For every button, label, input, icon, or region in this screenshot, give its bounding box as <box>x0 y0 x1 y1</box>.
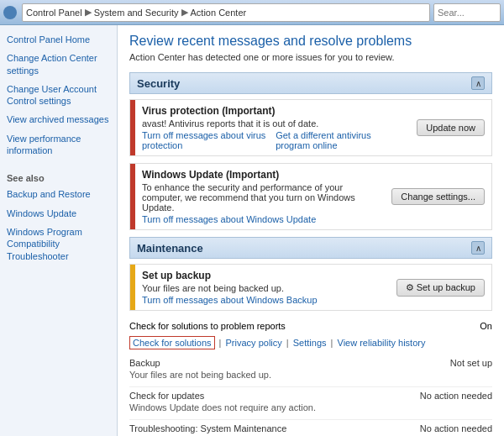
backup-desc: Your files are not being backed up. <box>142 283 383 293</box>
sidebar-control-panel-home[interactable]: Control Panel Home <box>7 34 110 45</box>
backup-body: Set up backup Your files are not being b… <box>135 265 390 310</box>
security-title: Security <box>137 77 180 90</box>
security-section-header: Security ∧ <box>129 72 492 94</box>
sidebar-compat-troubleshooter[interactable]: Windows Program Compatibility Troublesho… <box>7 226 110 262</box>
troubleshooting-label: Troubleshooting: System Maintenance <box>129 423 412 433</box>
troubleshooting-row: Troubleshooting: System Maintenance Wind… <box>129 420 492 436</box>
virus-alert-body: Virus protection (Important) avast! Anti… <box>135 100 410 155</box>
wu-alert-links: Turn off messages about Windows Update <box>142 214 378 224</box>
setup-backup-item: Set up backup Your files are not being b… <box>129 264 492 311</box>
backup-icon: ⚙ <box>406 282 414 292</box>
backup-button-label: Set up backup <box>417 282 475 292</box>
backup-status-row: Backup Your files are not being backed u… <box>129 355 492 387</box>
windows-update-alert: Windows Update (Important) To enhance th… <box>129 163 492 230</box>
wu-alert-action: Change settings... <box>385 164 491 229</box>
backup-row-label-container: Backup Your files are not being backed u… <box>129 358 271 383</box>
get-antivirus-link[interactable]: Get a different antivirus program online <box>276 130 403 150</box>
sidebar-change-action-center[interactable]: Change Action Center settings <box>7 52 110 76</box>
title-bar: Control Panel ▶ System and Security ▶ Ac… <box>0 0 504 25</box>
breadcrumb-item-2[interactable]: System and Security <box>94 8 179 18</box>
turn-off-wu-messages-link[interactable]: Turn off messages about Windows Update <box>142 214 316 224</box>
breadcrumb-item-1[interactable]: Control Panel <box>26 8 82 18</box>
turn-off-backup-messages-link[interactable]: Turn off messages about Windows Backup <box>142 295 318 305</box>
maintenance-title: Maintenance <box>137 242 203 255</box>
troubleshooting-value: No action needed <box>417 423 492 433</box>
check-solutions-row: Check for solutions to problem reports O… <box>129 318 492 334</box>
change-settings-button[interactable]: Change settings... <box>391 188 485 205</box>
sidebar: Control Panel Home Change Action Center … <box>0 25 118 436</box>
backup-row-value: Not set up <box>417 358 492 368</box>
sidebar-view-archived[interactable]: View archived messages <box>7 113 110 125</box>
check-updates-value: No action needed <box>417 391 492 401</box>
virus-alert-desc: avast! Antivirus reports that it is out … <box>142 118 403 129</box>
backup-links: Turn off messages about Windows Backup <box>142 295 383 305</box>
sidebar-change-uac[interactable]: Change User Account Control settings <box>7 83 110 108</box>
settings-link[interactable]: Settings <box>293 338 327 348</box>
backup-row-label: Backup <box>129 358 271 368</box>
security-collapse-button[interactable]: ∧ <box>471 76 485 90</box>
update-now-button[interactable]: Update now <box>417 119 485 136</box>
sidebar-view-performance[interactable]: View performance information <box>7 133 110 157</box>
breadcrumb[interactable]: Control Panel ▶ System and Security ▶ Ac… <box>22 3 430 22</box>
check-updates-sub: Windows Update does not require any acti… <box>129 401 316 416</box>
troubleshooting-label-container: Troubleshooting: System Maintenance Wind… <box>129 423 412 436</box>
backup-row-sub: Your files are not being backed up. <box>129 368 271 383</box>
backup-title: Set up backup <box>142 270 383 281</box>
backup-action: ⚙ Set up backup <box>390 265 491 310</box>
check-for-solutions-link[interactable]: Check for solutions <box>129 336 215 349</box>
breadcrumb-sep-1: ▶ <box>85 7 92 18</box>
see-also-label: See also <box>7 173 110 183</box>
sidebar-windows-update[interactable]: Windows Update <box>7 207 110 219</box>
check-solutions-value: On <box>480 321 492 331</box>
virus-alert-title: Virus protection (Important) <box>142 105 403 117</box>
maintenance-collapse-button[interactable]: ∧ <box>471 241 485 255</box>
page-subtitle: Action Center has detected one or more i… <box>129 52 492 62</box>
search-input[interactable] <box>433 3 501 22</box>
page-title: Review recent messages and resolve probl… <box>129 34 492 49</box>
setup-backup-button[interactable]: ⚙ Set up backup <box>396 279 485 297</box>
check-updates-label: Check for updates <box>129 391 316 401</box>
solutions-links-row: Check for solutions | Privacy policy | S… <box>129 334 492 355</box>
breadcrumb-item-3[interactable]: Action Center <box>191 8 247 18</box>
wu-alert-title: Windows Update (Important) <box>142 169 378 181</box>
privacy-policy-link[interactable]: Privacy policy <box>226 338 282 348</box>
virus-alert-action: Update now <box>410 100 491 155</box>
solutions-left: Check for solutions to problem reports <box>129 321 286 331</box>
breadcrumb-sep-2: ▶ <box>181 7 188 18</box>
wu-alert-body: Windows Update (Important) To enhance th… <box>135 164 385 229</box>
main-layout: Control Panel Home Change Action Center … <box>0 25 504 436</box>
check-updates-label-container: Check for updates Windows Update does no… <box>129 391 316 416</box>
sidebar-backup-restore[interactable]: Backup and Restore <box>7 188 110 200</box>
virus-protection-alert: Virus protection (Important) avast! Anti… <box>129 99 492 156</box>
content-area: Review recent messages and resolve probl… <box>118 25 504 436</box>
see-also-section: See also Backup and Restore Windows Upda… <box>7 173 110 261</box>
check-solutions-label: Check for solutions to problem reports <box>129 321 286 331</box>
check-updates-row: Check for updates Windows Update does no… <box>129 387 492 420</box>
turn-off-virus-messages-link[interactable]: Turn off messages about virus protection <box>142 130 276 150</box>
window-icon <box>3 6 17 19</box>
wu-alert-desc: To enhance the security and performance … <box>142 182 378 213</box>
virus-alert-links: Turn off messages about virus protection… <box>142 130 403 150</box>
view-reliability-history-link[interactable]: View reliability history <box>338 338 426 348</box>
maintenance-section-header: Maintenance ∧ <box>129 237 492 259</box>
